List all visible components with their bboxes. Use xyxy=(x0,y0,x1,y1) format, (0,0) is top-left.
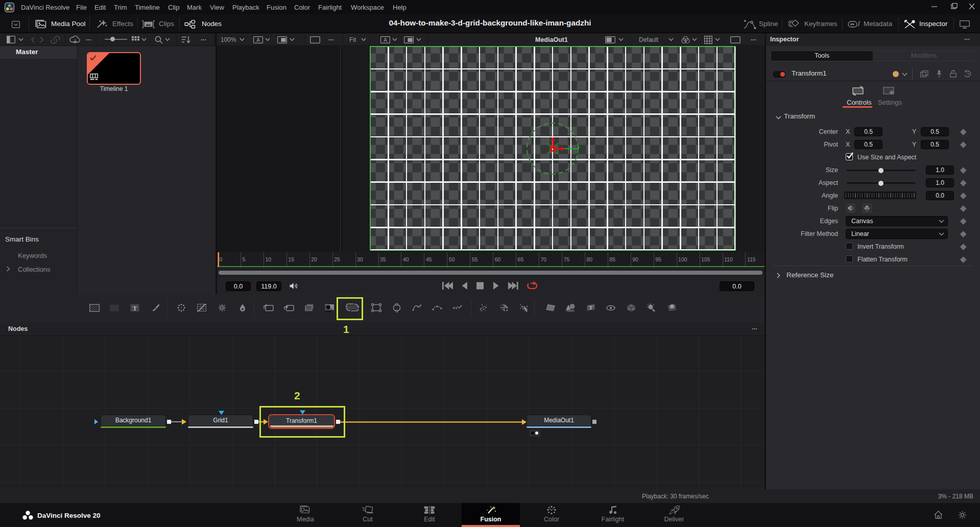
svg-text:T: T xyxy=(589,304,593,310)
svg-text:A: A xyxy=(256,37,260,43)
svg-text:A: A xyxy=(384,37,387,43)
svg-text:T: T xyxy=(133,305,137,312)
